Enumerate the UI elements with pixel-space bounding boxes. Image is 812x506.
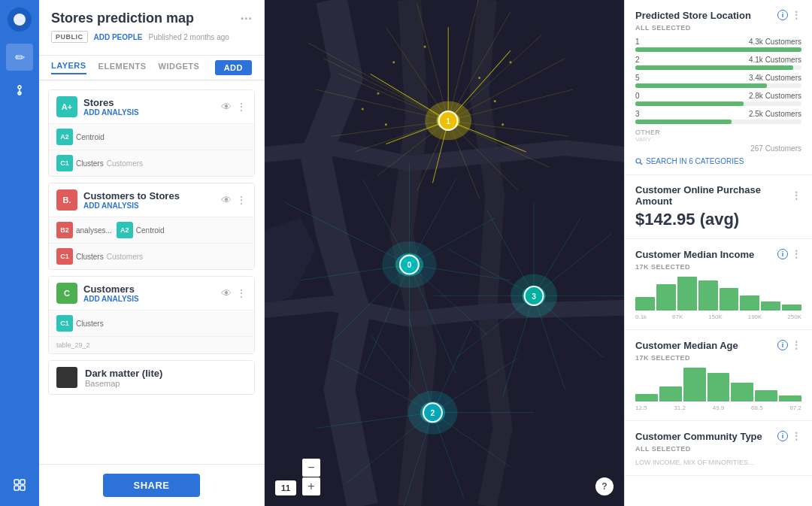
hist-bar [782, 305, 801, 311]
tile-count-value: 11 [281, 483, 290, 492]
clusters-customers-label: Customers [107, 159, 143, 168]
median-age-histogram [635, 368, 801, 401]
median-income-info-icon[interactable]: i [777, 249, 788, 259]
nav-settings-icon[interactable] [6, 77, 33, 104]
layer-tabs: LAYERS ELEMENTS WIDGETS ADD [39, 56, 264, 80]
cust-clusters-label: Clusters [76, 320, 104, 328]
add-layer-button[interactable]: ADD [215, 60, 252, 75]
c2s-layer-icon: B. [56, 189, 77, 211]
clusters-sublayer[interactable]: C1 Clusters Customers [56, 155, 143, 171]
predicted-store-title: Predicted Store Location i ⋮ [635, 9, 801, 21]
layer-group-customers-to-stores: B. Customers to Stores ADD ANALYSIS 👁 ⋮ … [48, 183, 255, 270]
tab-widgets[interactable]: WIDGETS [159, 62, 200, 74]
analyses-sub-icon: B2 [56, 222, 73, 238]
zoom-minus-button[interactable]: − [302, 459, 320, 477]
tab-layers[interactable]: LAYERS [51, 61, 86, 74]
layer-customers-to-stores[interactable]: B. Customers to Stores ADD ANALYSIS 👁 ⋮ [49, 183, 254, 217]
hist-bar [659, 386, 682, 401]
centroid2-sublayer[interactable]: A2 Centroid [117, 222, 165, 238]
svg-point-90 [362, 108, 364, 110]
layer-group-basemap: Dark matter (lite) Basemap [48, 360, 255, 395]
median-age-info-icon[interactable]: i [777, 340, 788, 350]
community-type-menu[interactable]: ⋮ [791, 430, 801, 442]
centroid-sublayer[interactable]: A2 Centroid [56, 129, 105, 145]
purchase-amount-value: $142.95 (avg) [635, 210, 801, 229]
other-vary: VARY [635, 136, 801, 143]
community-type-info-icon[interactable]: i [777, 431, 788, 441]
svg-text:3: 3 [532, 292, 536, 301]
bar-item-3: 3 2.5k Customers [635, 110, 801, 124]
c2s-sublayers: B2 analyses... A2 Centroid [49, 217, 254, 243]
sidebar-title: Stores prediction map ⋯ [51, 11, 252, 26]
predicted-store-bars: 1 4.3k Customers 2 4.1k Customers 5 3.4k… [635, 38, 801, 124]
svg-rect-6 [20, 480, 25, 484]
basemap-type: Basemap [85, 379, 247, 388]
svg-point-0 [14, 14, 26, 26]
c2s-more-icon[interactable]: ⋮ [236, 194, 247, 206]
median-age-menu[interactable]: ⋮ [791, 339, 801, 351]
svg-text:1: 1 [446, 117, 450, 126]
left-navigation: ✏ [0, 0, 39, 506]
c2s-layer-info: Customers to Stores ADD ANALYSIS [83, 190, 215, 210]
layer-group-customers: C Customers ADD ANALYSIS 👁 ⋮ C1 Clusters… [48, 276, 255, 354]
c2s-clusters-label: Clusters [76, 253, 104, 261]
stores-clusters-sublayer: C1 Clusters Customers [49, 150, 254, 176]
svg-rect-5 [14, 480, 19, 484]
bar-item-0: 0 2.8k Customers [635, 92, 801, 106]
c2s-add-analysis[interactable]: ADD ANALYSIS [83, 201, 215, 210]
median-income-histogram [635, 277, 801, 311]
share-button-area: SHARE [39, 464, 264, 506]
customers-layer-actions: 👁 ⋮ [221, 287, 247, 299]
map-tile-counter: 11 [275, 480, 296, 495]
analyses-sublayer[interactable]: B2 analyses... [56, 222, 112, 238]
c2s-visibility-icon[interactable]: 👁 [221, 194, 232, 206]
predicted-store-menu[interactable]: ⋮ [791, 9, 801, 21]
tab-elements[interactable]: ELEMENTS [98, 62, 147, 74]
svg-line-95 [641, 162, 643, 165]
stores-layer-info: Stores ADD ANALYSIS [83, 97, 215, 117]
add-people-button[interactable]: ADD PEOPLE [94, 33, 143, 41]
c2s-clusters[interactable]: C1 Clusters Customers [56, 248, 143, 265]
stores-add-analysis[interactable]: ADD ANALYSIS [83, 108, 215, 117]
customers-more-icon[interactable]: ⋮ [236, 287, 247, 299]
stores-layer-icon: A+ [56, 96, 77, 117]
customers-table-sublayer: table_29_2 [49, 336, 254, 353]
median-income-menu[interactable]: ⋮ [791, 248, 801, 260]
svg-point-86 [424, 46, 426, 48]
layer-stores[interactable]: A+ Stores ADD ANALYSIS 👁 ⋮ [49, 90, 254, 123]
purchase-amount-menu[interactable]: ⋮ [791, 189, 801, 201]
share-button[interactable]: SHARE [103, 474, 199, 497]
public-badge: PUBLIC [51, 31, 88, 43]
layer-basemap[interactable]: Dark matter (lite) Basemap [49, 361, 254, 394]
sidebar-menu-dots[interactable]: ⋯ [240, 11, 252, 26]
bar-item-5: 5 3.4k Customers [635, 74, 801, 88]
app-logo[interactable] [8, 8, 32, 32]
centroid-sub-label: Centroid [76, 133, 105, 141]
stores-more-icon[interactable]: ⋮ [236, 101, 247, 113]
predicted-store-info-icon[interactable]: i [777, 10, 788, 20]
map-area[interactable]: 1 0 [265, 0, 624, 506]
community-type-title: Customer Community Type i ⋮ [635, 430, 801, 442]
customers-add-analysis[interactable]: ADD ANALYSIS [83, 295, 215, 303]
published-text: Published 2 months ago [149, 33, 229, 41]
centroid2-sub-icon: A2 [117, 222, 133, 238]
nav-grid-icon[interactable] [6, 471, 33, 498]
median-age-subtitle: 17K SELECTED [635, 354, 801, 362]
svg-point-87 [478, 77, 480, 79]
svg-point-92 [501, 123, 504, 126]
nav-pencil-icon[interactable]: ✏ [6, 44, 33, 71]
stores-visibility-icon[interactable]: 👁 [221, 101, 232, 113]
svg-text:2: 2 [431, 409, 435, 417]
c2s-clusters-customers: Customers [107, 253, 143, 261]
centroid-sub-icon: A2 [56, 129, 73, 145]
cust-clusters[interactable]: C1 Clusters [56, 315, 104, 332]
zoom-plus-button[interactable]: + [302, 477, 320, 495]
map-help-button[interactable]: ? [595, 477, 614, 495]
layer-customers[interactable]: C Customers ADD ANALYSIS 👁 ⋮ [49, 277, 254, 310]
search-categories-link[interactable]: SEARCH IN 6 CATEGORIES [635, 157, 801, 165]
c2s-clusters-icon: C1 [56, 248, 73, 265]
svg-point-91 [385, 123, 387, 126]
customers-visibility-icon[interactable]: 👁 [221, 287, 232, 299]
sidebar: Stores prediction map ⋯ PUBLIC ADD PEOPL… [39, 0, 265, 506]
clusters-sub-label: Clusters [76, 159, 104, 168]
